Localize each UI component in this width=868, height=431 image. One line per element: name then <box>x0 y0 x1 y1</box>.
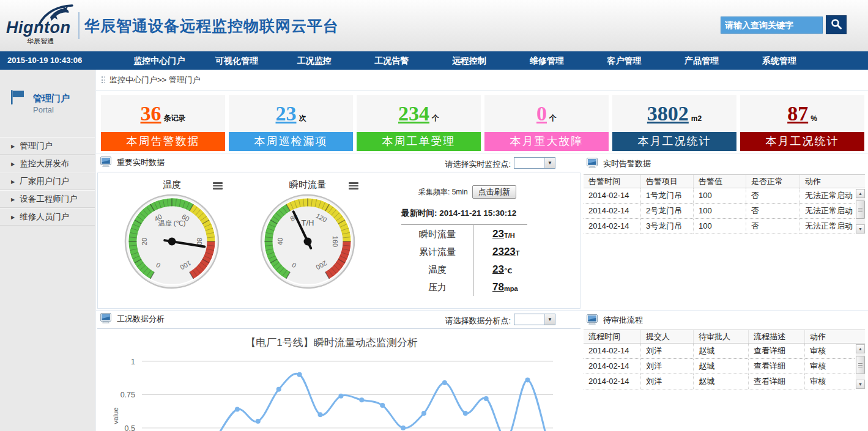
svg-text:40: 40 <box>276 238 284 245</box>
refresh-button[interactable]: 点击刷新 <box>472 185 516 199</box>
nav-item-3[interactable]: 工况监控 <box>275 51 353 70</box>
monitor-icon <box>587 158 599 170</box>
sidebar-item-1[interactable]: ▶管理门户 <box>0 137 95 155</box>
monitor-icon <box>100 157 113 169</box>
scroll-thumb[interactable] <box>856 201 865 219</box>
stat-card-value-area: 36条记录 <box>101 95 225 132</box>
table-cell: 赵城 <box>694 374 749 389</box>
monitor-point-select-label: 请选择实时监控点: <box>424 159 511 170</box>
scroll-up-icon[interactable]: ▲ <box>856 344 865 353</box>
stat-value: 23 <box>276 103 297 124</box>
stat-card-5[interactable]: 3802m2本月工况统计 <box>612 95 736 151</box>
table-cell[interactable]: 审核 <box>805 344 855 358</box>
column-header: 流程时间 <box>584 330 641 343</box>
alarm-section-title: 实时告警数据 <box>587 158 651 170</box>
table-cell: 否 <box>746 219 800 234</box>
nav-item-1[interactable]: 监控中心门户 <box>121 51 198 70</box>
table-cell: 100 <box>694 188 746 203</box>
stat-card-value-area: 234个 <box>357 95 481 132</box>
main-content: 监控中心门户>> 管理门户 36条记录本周告警数据23次本周巡检漏项234个本周… <box>96 70 868 431</box>
svg-text:【电厂1号线】瞬时流量动态监测分析: 【电厂1号线】瞬时流量动态监测分析 <box>245 337 417 348</box>
reading-name: 压力 <box>401 278 473 296</box>
scroll-down-icon[interactable]: ▼ <box>856 380 865 389</box>
search-button[interactable] <box>826 15 847 34</box>
stat-value: 234 <box>398 103 429 124</box>
sidebar-item-5[interactable]: ▶维修人员门户 <box>0 208 95 226</box>
hamburger-menu-icon[interactable] <box>213 181 223 191</box>
reading-value: 23℃ <box>473 260 512 278</box>
logo-text: Hignton <box>6 18 70 37</box>
reading-unit: T/H <box>504 232 515 239</box>
reading-row: 温度23℃ <box>401 260 577 278</box>
stat-cards-row: 36条记录本周告警数据23次本周巡检漏项234个本周工单受理0个本月重大故障38… <box>101 95 864 151</box>
sidebar: 管理门户 Portal ▶管理门户▶监控大屏发布▶厂家用户门户▶设备工程师门户▶… <box>0 70 95 431</box>
table-cell: 否 <box>746 188 800 203</box>
stat-card-2[interactable]: 23次本周巡检漏项 <box>229 95 353 151</box>
stat-card-3[interactable]: 234个本周工单受理 <box>357 95 481 151</box>
nav-item-9[interactable]: 系统管理 <box>740 51 818 70</box>
divider <box>96 153 868 153</box>
table-cell: 3号龙门吊 <box>641 219 694 234</box>
scroll-up-icon[interactable]: ▲ <box>856 189 865 198</box>
svg-text:160: 160 <box>332 236 339 247</box>
table-body: 2014-02-141号龙门吊100否无法正常启动2014-02-142号龙门吊… <box>584 188 865 234</box>
sidebar-item-4[interactable]: ▶设备工程师门户 <box>0 190 95 208</box>
nav-item-6[interactable]: 维修管理 <box>508 51 585 70</box>
sidebar-menu: ▶管理门户▶监控大屏发布▶厂家用户门户▶设备工程师门户▶维修人员门户 <box>0 137 95 226</box>
table-cell: 无法正常启动 <box>800 188 855 203</box>
alarm-section-header: 实时告警数据 <box>584 155 865 174</box>
stat-card-1[interactable]: 36条记录本周告警数据 <box>101 95 225 151</box>
nav-item-2[interactable]: 可视化管理 <box>198 51 276 70</box>
monitor-point-select[interactable]: ▼ <box>514 157 555 169</box>
chevron-down-icon[interactable]: ▼ <box>544 158 555 168</box>
monitor-icon <box>100 313 113 325</box>
stat-card-value-area: 0个 <box>484 95 609 132</box>
scrollbar[interactable]: ▲▼ <box>856 344 865 389</box>
table-cell: 2号龙门吊 <box>641 204 694 218</box>
reading-value: 23T/H <box>473 225 515 243</box>
column-header: 告警值 <box>694 175 746 188</box>
search-icon <box>830 18 842 32</box>
gauge-title: 温度 <box>163 179 181 190</box>
gauge-dial: 020406080100温度 (℃) <box>123 282 221 292</box>
scroll-track[interactable] <box>856 198 865 224</box>
analysis-point-select[interactable]: ▼ <box>514 314 555 325</box>
table-cell: 赵城 <box>694 344 749 358</box>
gauge-title: 瞬时流量 <box>289 179 326 190</box>
column-header: 告警项目 <box>641 175 694 188</box>
table-cell[interactable]: 审核 <box>805 359 855 374</box>
nav-item-5[interactable]: 远程控制 <box>431 51 508 70</box>
scrollbar[interactable]: ▲▼ <box>856 189 865 234</box>
table-cell: 100 <box>694 204 746 218</box>
stat-unit: 次 <box>299 113 306 123</box>
table-cell[interactable]: 审核 <box>805 374 855 389</box>
table-cell[interactable]: 查看详细 <box>749 344 805 358</box>
table-cell: 1号龙门吊 <box>641 188 694 203</box>
nav-item-4[interactable]: 工况告警 <box>353 51 431 70</box>
chevron-down-icon[interactable]: ▼ <box>544 314 555 325</box>
stat-label: 本周工单受理 <box>357 132 481 151</box>
stat-card-4[interactable]: 0个本月重大故障 <box>484 95 609 151</box>
realtime-panel: 温度020406080100温度 (℃) 瞬时流量04080120160200T… <box>97 173 581 309</box>
scroll-track[interactable] <box>856 353 865 380</box>
sidebar-item-3[interactable]: ▶厂家用户门户 <box>0 172 95 190</box>
column-header: 动作 <box>800 175 865 188</box>
logo-subtext: 华辰智通 <box>27 37 54 46</box>
portal-header: 管理门户 Portal <box>0 70 95 128</box>
search-input[interactable] <box>721 17 823 34</box>
stat-card-6[interactable]: 87%本月工况统计 <box>740 95 864 151</box>
approval-table: 流程时间提交人待审批人流程描述动作2014-02-14刘洋赵城查看详细审核201… <box>584 330 865 389</box>
nav-item-8[interactable]: 产品管理 <box>663 51 741 70</box>
svg-text:value: value <box>112 407 119 424</box>
scroll-thumb[interactable] <box>856 356 865 374</box>
select-value <box>514 158 544 168</box>
table-cell[interactable]: 查看详细 <box>749 359 805 374</box>
table-row: 2014-02-14刘洋赵城查看详细审核 <box>584 359 855 374</box>
nav-item-7[interactable]: 客户管理 <box>585 51 663 70</box>
sidebar-item-2[interactable]: ▶监控大屏发布 <box>0 155 95 172</box>
stat-card-value-area: 87% <box>740 95 864 132</box>
table-cell: 无法正常启动 <box>800 204 855 218</box>
hamburger-menu-icon[interactable] <box>349 181 358 191</box>
scroll-down-icon[interactable]: ▼ <box>856 224 865 234</box>
table-cell[interactable]: 查看详细 <box>749 374 805 389</box>
